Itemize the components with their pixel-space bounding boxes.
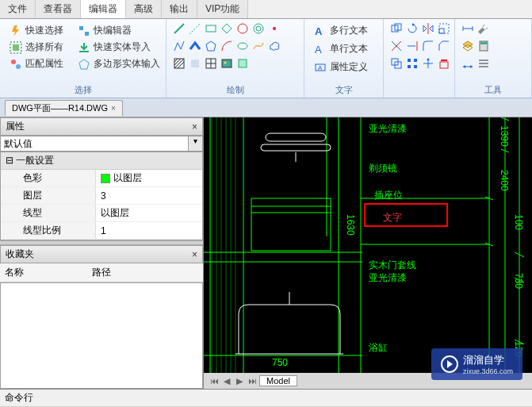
chamfer-icon[interactable]: [438, 40, 450, 52]
extend-icon[interactable]: [406, 40, 419, 52]
attrdef-label: 属性定义: [330, 60, 368, 74]
construction-line-icon[interactable]: [189, 22, 201, 35]
trim-icon[interactable]: [390, 40, 403, 52]
menu-output[interactable]: 输出: [162, 0, 197, 18]
attrdef-button[interactable]: A属性定义: [311, 59, 371, 75]
measure-icon[interactable]: [461, 22, 474, 35]
prop-linetype-value: 以图层: [96, 205, 202, 221]
properties-default-dropdown[interactable]: ▾: [189, 136, 203, 152]
dim-750: 750: [272, 357, 288, 368]
erase-icon[interactable]: [438, 57, 450, 70]
options-icon[interactable]: [477, 57, 490, 70]
model-nav-last[interactable]: ⏭: [247, 376, 258, 386]
point-icon[interactable]: [268, 22, 281, 35]
select-all-button[interactable]: 选择所有: [6, 39, 67, 56]
match-prop-button[interactable]: 匹配属性: [6, 56, 67, 72]
rotate-icon[interactable]: [406, 22, 419, 35]
menu-advanced[interactable]: 高级: [126, 0, 162, 18]
line-icon[interactable]: [173, 22, 186, 35]
menu-vip[interactable]: VIP功能: [197, 0, 248, 18]
quick-select-label: 快速选择: [25, 24, 63, 37]
circle-icon[interactable]: [236, 22, 249, 35]
hatch-icon[interactable]: [173, 57, 186, 70]
properties-group-general[interactable]: ⊟ 一般设置: [1, 152, 202, 170]
dim-1390: 1390: [499, 125, 510, 147]
favorites-close-icon[interactable]: ×: [192, 249, 197, 260]
prop-row-linescale[interactable]: 线型比例 1: [1, 222, 202, 240]
lightning-icon: [10, 25, 22, 37]
polyline-icon[interactable]: [173, 40, 186, 52]
layer-icon[interactable]: [461, 40, 474, 52]
svg-rect-10: [206, 25, 216, 32]
svg-rect-88: [266, 133, 326, 141]
mtext-button[interactable]: A多行文本: [311, 22, 371, 39]
prop-color-value: 以图层: [113, 171, 142, 185]
calc-icon[interactable]: [477, 40, 490, 52]
revcloud-icon[interactable]: [268, 40, 281, 52]
quick-select-button[interactable]: 快速选择: [6, 22, 67, 39]
model-tab[interactable]: Model: [259, 375, 297, 386]
menu-viewer[interactable]: 查看器: [36, 0, 81, 18]
svg-rect-50: [414, 59, 417, 62]
prop-row-linetype[interactable]: 线型 以图层: [1, 205, 202, 222]
document-tab[interactable]: DWG平面——R14.DWG ×: [5, 100, 123, 116]
quick-import-label: 快速实体导入: [94, 40, 151, 54]
prop-color-label: 色彩: [1, 170, 96, 186]
cad-label-bath: 浴缸: [369, 341, 388, 355]
attrdef-icon: A: [314, 61, 327, 74]
svg-rect-40: [439, 29, 444, 33]
svg-line-19: [174, 59, 178, 62]
properties-close-icon[interactable]: ×: [192, 121, 197, 132]
dim-icon[interactable]: [461, 57, 474, 70]
favorites-col-name[interactable]: 名称: [5, 266, 92, 279]
rectangle-icon[interactable]: [205, 22, 217, 35]
command-line[interactable]: 命令行: [0, 389, 532, 406]
arc-icon[interactable]: [220, 40, 233, 52]
edit-icon: [78, 25, 90, 37]
close-tab-icon[interactable]: ×: [111, 104, 116, 113]
quick-edit-button[interactable]: 快编辑器: [75, 22, 163, 39]
scale-icon[interactable]: [438, 22, 450, 35]
favorites-columns: 名称 路径: [0, 263, 203, 282]
copy-icon[interactable]: [390, 22, 403, 35]
color-swatch-icon: [101, 174, 110, 183]
favorites-col-path[interactable]: 路径: [92, 266, 111, 279]
properties-default-input[interactable]: [0, 136, 189, 152]
fillet-icon[interactable]: [422, 40, 434, 52]
ribbon-group-tools: 工具: [455, 19, 532, 98]
stext-icon: A: [314, 43, 327, 56]
svg-rect-23: [191, 60, 199, 67]
spline-icon[interactable]: [252, 40, 265, 52]
drawing-canvas[interactable]: 亚光清漆 剃须镜 插座位 文字 实木门套线 亚光清漆 浴缸 1390 2400 …: [204, 117, 532, 373]
prop-row-layer[interactable]: 图层 3: [1, 187, 202, 205]
svg-line-8: [174, 24, 184, 33]
model-nav-prev[interactable]: ◀: [221, 376, 232, 386]
prop-row-color[interactable]: 色彩 以图层: [1, 170, 202, 187]
model-nav-first[interactable]: ⏮: [209, 376, 220, 386]
svg-rect-54: [440, 62, 448, 68]
model-nav-next[interactable]: ▶: [234, 376, 245, 386]
menu-file[interactable]: 文件: [0, 0, 36, 18]
cad-label-socket: 插座位: [374, 189, 403, 202]
ribbon-group-text: A多行文本 A单行文本 A属性定义 文字: [304, 19, 384, 98]
poly-input-button[interactable]: 多边形实体输入: [75, 56, 163, 72]
image-icon[interactable]: [220, 57, 233, 70]
svg-text:A: A: [315, 25, 323, 37]
move-icon[interactable]: [422, 57, 434, 70]
table-draw-icon[interactable]: [205, 57, 217, 70]
rotated-rect-icon[interactable]: [220, 22, 233, 35]
region-icon[interactable]: [189, 57, 201, 70]
mirror-icon[interactable]: [422, 22, 434, 35]
polygon-shape-icon[interactable]: [205, 40, 217, 52]
array-icon[interactable]: [406, 57, 419, 70]
svg-point-2: [11, 60, 16, 64]
block-icon[interactable]: [236, 57, 249, 70]
wrench-icon[interactable]: [477, 22, 490, 35]
offset-icon[interactable]: [390, 57, 403, 70]
trace-icon[interactable]: [189, 40, 201, 52]
ellipse-icon[interactable]: [236, 40, 249, 52]
stext-button[interactable]: A单行文本: [311, 40, 371, 57]
menu-editor[interactable]: 编辑器: [81, 0, 126, 18]
donut-icon[interactable]: [252, 22, 265, 35]
quick-import-button[interactable]: 快速实体导入: [75, 39, 163, 56]
